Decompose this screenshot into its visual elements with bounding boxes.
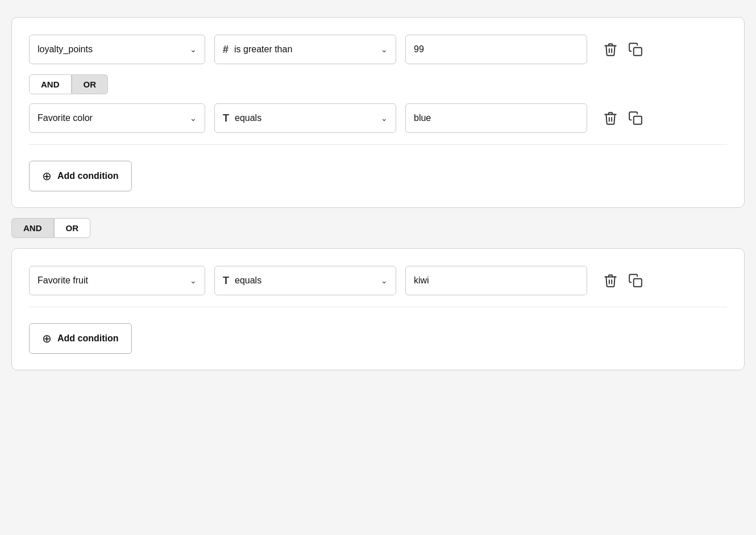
operator-label-1-2: equals xyxy=(235,113,261,123)
field-select-1-2[interactable]: Favorite color ⌄ xyxy=(29,103,205,133)
duplicate-button-1-2[interactable] xyxy=(626,108,645,128)
operator-label-2-1: equals xyxy=(235,275,261,286)
condition-row-1-2: Favorite color ⌄ T equals ⌄ xyxy=(29,103,727,133)
action-icons-1-1 xyxy=(601,40,645,59)
value-input-2-1[interactable] xyxy=(405,266,587,295)
chevron-down-icon: ⌄ xyxy=(190,114,197,123)
chevron-down-icon: ⌄ xyxy=(190,276,197,285)
field-label-2-1: Favorite fruit xyxy=(38,275,88,286)
type-icon-1-1: # xyxy=(223,44,229,56)
type-icon-2-1: T xyxy=(223,275,229,287)
svg-rect-2 xyxy=(634,279,642,287)
trash-icon xyxy=(603,273,618,288)
chevron-down-icon: ⌄ xyxy=(190,45,197,54)
condition-group-1: loyalty_points ⌄ # is greater than ⌄ xyxy=(11,17,745,208)
plus-circle-icon: ⊕ xyxy=(42,169,52,183)
field-label-1-1: loyalty_points xyxy=(38,44,93,55)
logic-toggle-1: AND OR xyxy=(29,74,727,94)
field-select-2-1[interactable]: Favorite fruit ⌄ xyxy=(29,266,205,295)
type-icon-1-2: T xyxy=(223,112,229,124)
operator-label-1-1: is greater than xyxy=(234,44,292,55)
divider-2 xyxy=(29,307,727,307)
divider-1 xyxy=(29,144,727,145)
action-icons-2-1 xyxy=(601,271,645,290)
and-button-between[interactable]: AND xyxy=(11,218,54,238)
field-select-1-1[interactable]: loyalty_points ⌄ xyxy=(29,35,205,64)
and-button-1[interactable]: AND xyxy=(29,74,72,94)
copy-icon xyxy=(628,273,643,288)
condition-group-2: Favorite fruit ⌄ T equals ⌄ xyxy=(11,248,745,370)
operator-select-1-1[interactable]: # is greater than ⌄ xyxy=(214,35,396,64)
chevron-down-icon: ⌄ xyxy=(381,276,388,285)
value-input-1-2[interactable] xyxy=(405,103,587,133)
or-button-between[interactable]: OR xyxy=(54,218,91,238)
field-label-1-2: Favorite color xyxy=(38,113,93,123)
or-button-1[interactable]: OR xyxy=(72,74,109,94)
add-condition-label-2: Add condition xyxy=(57,333,119,344)
add-condition-button-2[interactable]: ⊕ Add condition xyxy=(29,323,132,354)
between-groups-toggle: AND OR xyxy=(11,218,745,238)
add-condition-label-1: Add condition xyxy=(57,171,119,181)
duplicate-button-1-1[interactable] xyxy=(626,40,645,59)
condition-row-1-1: loyalty_points ⌄ # is greater than ⌄ xyxy=(29,35,727,64)
trash-icon xyxy=(603,111,618,126)
value-input-1-1[interactable] xyxy=(405,35,587,64)
operator-select-2-1[interactable]: T equals ⌄ xyxy=(214,266,396,295)
add-condition-button-1[interactable]: ⊕ Add condition xyxy=(29,161,132,191)
copy-icon xyxy=(628,111,643,126)
condition-row-2-1: Favorite fruit ⌄ T equals ⌄ xyxy=(29,266,727,295)
duplicate-button-2-1[interactable] xyxy=(626,271,645,290)
trash-icon xyxy=(603,42,618,57)
copy-icon xyxy=(628,42,643,57)
page-container: loyalty_points ⌄ # is greater than ⌄ xyxy=(11,17,745,370)
plus-circle-icon: ⊕ xyxy=(42,332,52,345)
delete-button-2-1[interactable] xyxy=(601,271,620,290)
action-icons-1-2 xyxy=(601,108,645,128)
delete-button-1-1[interactable] xyxy=(601,40,620,59)
delete-button-1-2[interactable] xyxy=(601,108,620,128)
svg-rect-0 xyxy=(634,48,642,56)
svg-rect-1 xyxy=(634,116,642,124)
operator-select-1-2[interactable]: T equals ⌄ xyxy=(214,103,396,133)
chevron-down-icon: ⌄ xyxy=(381,45,388,54)
chevron-down-icon: ⌄ xyxy=(381,114,388,123)
